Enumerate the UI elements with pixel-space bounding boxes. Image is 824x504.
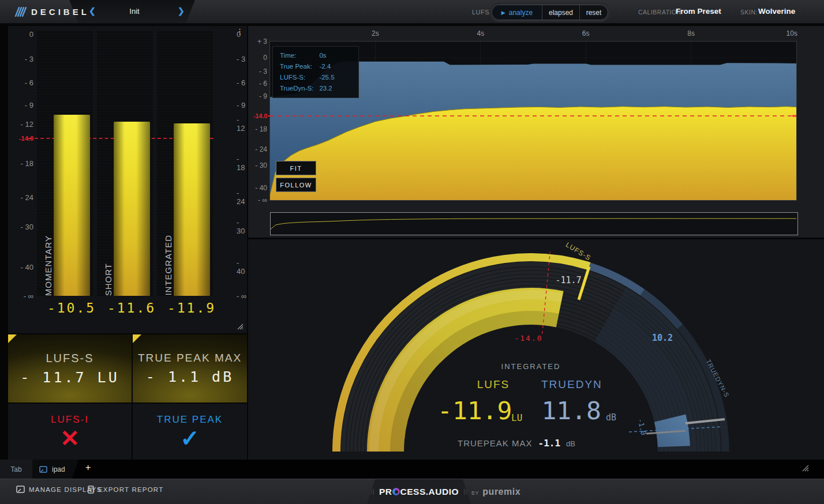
gauge-lufs-unit: LU bbox=[511, 412, 522, 423]
meter-tick-label: - 18 bbox=[237, 155, 247, 172]
meter-tick-label: - 12 bbox=[9, 120, 33, 129]
history-graph-panel: Time:0sTrue Peak:-2.4LUFS-S:-25.5TrueDyn… bbox=[248, 26, 824, 238]
footer-bar: MANAGE DISPLAYS EXPORT REPORT PRCESS.AUD… bbox=[0, 479, 824, 504]
top-bar: DECIBEL ❮ Init ❯ LUFS ▶ analyze elapsed … bbox=[0, 0, 824, 24]
tooltip-label: TrueDyn-S: bbox=[280, 85, 313, 92]
puremix-credit: BY puremix bbox=[471, 487, 520, 497]
display-icon bbox=[16, 486, 25, 493]
gauge-truepeak-unit: dB bbox=[566, 439, 575, 448]
meter-bar-integrated bbox=[174, 123, 210, 296]
gauge-lufs-label: LUFS bbox=[465, 378, 522, 391]
tooltip-value: -25.5 bbox=[319, 74, 353, 81]
skin-label: SKIN: bbox=[740, 9, 758, 16]
graph-y-tick: - 24 bbox=[248, 145, 267, 153]
tooltip-value: 0s bbox=[319, 52, 353, 59]
lufs-s-cell: LUFS-S - 11.7 LU bbox=[8, 334, 132, 403]
meter-tick-label: - 30 bbox=[237, 218, 247, 235]
meter-bar-short bbox=[114, 122, 150, 296]
graph-y-tick: + 3 bbox=[248, 37, 267, 46]
logo-o-ring-icon bbox=[392, 488, 400, 495]
graph-x-tick: 2s bbox=[372, 29, 379, 37]
meter-bar-name: MOMENTARY bbox=[43, 235, 53, 296]
graph-y-tick: -14.0 bbox=[248, 112, 267, 119]
gauge-target-value: -14.0 bbox=[508, 334, 549, 343]
true-peak-max-value: - 1.1 dB bbox=[146, 368, 234, 385]
reset-button[interactable]: reset bbox=[580, 5, 608, 20]
follow-button[interactable]: FOLLOW bbox=[276, 178, 316, 192]
graph-x-tick: 10s bbox=[786, 29, 797, 37]
cursor-tooltip: Time:0sTrue Peak:-2.4LUFS-S:-25.5TrueDyn… bbox=[272, 46, 359, 98]
gauge-panel: LUFS-S -11.7 -14.0 10.2 TRUEDYN-S -1.0 I… bbox=[248, 239, 824, 460]
meter-tick-label: - 6 bbox=[9, 78, 33, 87]
graph-x-tick: 4s bbox=[477, 29, 484, 37]
loudness-meters-panel: ⋮ 00- 3- 3- 6- 6- 9- 9- 12- 12-14.0- 18-… bbox=[8, 26, 247, 333]
tooltip-value: -2.4 bbox=[319, 63, 353, 70]
dots-triangle-icon bbox=[367, 486, 374, 498]
meter-bar-momentary bbox=[54, 115, 90, 296]
meter-tick-label: 0 bbox=[9, 30, 33, 39]
graph-y-tick: - 30 bbox=[248, 161, 267, 170]
graph-y-tick: - 40 bbox=[248, 184, 267, 192]
meter-bar-value: -11.9 bbox=[157, 300, 226, 315]
meter-target-marker bbox=[27, 138, 32, 139]
fit-button[interactable]: FIT bbox=[276, 161, 316, 175]
gauge-integrated-label: INTEGRATED bbox=[444, 362, 617, 371]
true-peak-status-cell: TRUE PEAK ✓ bbox=[133, 404, 247, 460]
corner-fold bbox=[8, 334, 17, 343]
gauge-lufs-value: -11.9 bbox=[437, 396, 508, 425]
true-peak-label: TRUE PEAK bbox=[157, 414, 223, 426]
meter-tick-label: - 30 bbox=[9, 223, 33, 231]
decibel-stripes-icon bbox=[14, 5, 27, 18]
calibration-value[interactable]: From Preset bbox=[676, 7, 721, 16]
meter-tick-label: - 40 bbox=[237, 258, 247, 276]
graph-x-tick: 6s bbox=[582, 29, 590, 37]
corner-fold bbox=[133, 334, 141, 343]
meter-tick-label: - 6 bbox=[237, 78, 245, 87]
meter-bar-name: SHORT bbox=[103, 263, 113, 296]
decibel-plugin-window: DECIBEL ❮ Init ❯ LUFS ▶ analyze elapsed … bbox=[0, 0, 824, 504]
by-label: BY bbox=[471, 490, 479, 496]
meter-tick-label: 0 bbox=[237, 30, 241, 39]
resize-grip-icon[interactable] bbox=[801, 464, 809, 472]
resize-grip-icon[interactable] bbox=[236, 322, 244, 330]
lufs-i-label: LUFS-I bbox=[51, 414, 89, 426]
analyze-button[interactable]: ▶ analyze bbox=[492, 5, 542, 20]
overview-navigator[interactable] bbox=[270, 212, 798, 235]
export-report-button[interactable]: EXPORT REPORT bbox=[88, 486, 163, 494]
tab-ipad[interactable]: ipad bbox=[32, 460, 78, 479]
gauge-truepeak-row: TRUEPEAK MAX -1.1 dB bbox=[430, 438, 603, 449]
true-peak-max-title: TRUE PEAK MAX bbox=[138, 352, 242, 364]
preset-prev-button[interactable]: ❮ bbox=[89, 6, 96, 16]
lufs-mode-label: LUFS bbox=[472, 9, 489, 16]
logo-text: DECIBEL bbox=[31, 7, 89, 17]
elapsed-button[interactable]: elapsed bbox=[542, 5, 580, 20]
meter-tick-label: - 3 bbox=[237, 55, 245, 63]
skin-value[interactable]: Wolverine bbox=[758, 7, 795, 16]
tooltip-label: LUFS-S: bbox=[280, 74, 313, 81]
meter-bar-value: -11.6 bbox=[97, 300, 166, 315]
graph-y-tick: - 9 bbox=[248, 92, 267, 100]
true-peak-max-cell: TRUE PEAK MAX - 1.1 dB bbox=[133, 334, 247, 403]
lufs-s-cell-value: - 11.7 LU bbox=[20, 369, 119, 386]
play-icon: ▶ bbox=[501, 10, 505, 16]
gauge-truedyn-unit: dB bbox=[606, 412, 616, 423]
graph-y-tick: 0 bbox=[248, 54, 267, 62]
process-audio-brand: PRCESS.AUDIO bbox=[367, 479, 471, 504]
tab-bar: Tab ipad + bbox=[0, 460, 824, 479]
preset-next-button[interactable]: ❯ bbox=[178, 6, 185, 16]
dots-triangle-icon bbox=[463, 486, 471, 498]
graph-y-tick: - 6 bbox=[248, 80, 267, 88]
puremix-logo: puremix bbox=[482, 487, 520, 497]
add-tab-button[interactable]: + bbox=[85, 462, 91, 473]
meter-tick-label: - ∞ bbox=[237, 292, 246, 300]
gauge-truedyn-value: 11.8 bbox=[533, 396, 601, 425]
graph-y-tick: - 18 bbox=[248, 125, 267, 133]
tab-home[interactable]: Tab bbox=[0, 460, 32, 479]
preset-name[interactable]: Init bbox=[110, 7, 159, 16]
gauge-truepeak-value: -1.1 bbox=[538, 438, 561, 449]
meter-tick-label: - 24 bbox=[9, 193, 33, 202]
meter-tick-label: - 3 bbox=[9, 55, 33, 63]
graph-y-tick: - ∞ bbox=[248, 196, 267, 204]
lufs-i-status-cell: LUFS-I ✕ bbox=[8, 404, 132, 460]
tooltip-label: True Peak: bbox=[280, 63, 313, 70]
